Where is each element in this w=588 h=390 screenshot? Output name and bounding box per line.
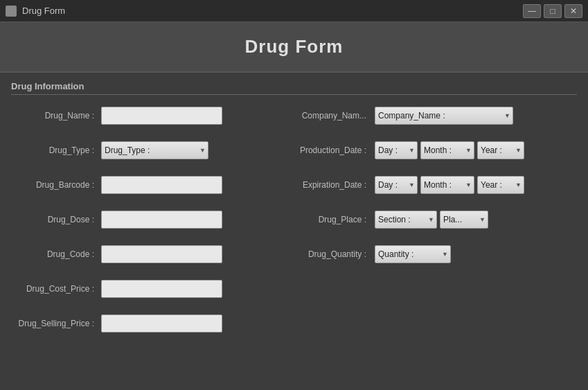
drug-barcode-row: Drug_Barcode :	[11, 172, 260, 197]
quantity-select-wrapper: Quantity :	[375, 245, 451, 263]
production-day-wrapper: Day :	[375, 141, 418, 159]
expiration-year-select[interactable]: Year :	[477, 176, 524, 194]
place-select-wrapper: Pla...	[440, 211, 488, 229]
production-date-group: Day : Month : Year :	[375, 141, 524, 159]
production-year-wrapper: Year :	[477, 141, 524, 159]
drug-selling-price-label: Drug_Selling_Price :	[11, 319, 101, 328]
drug-type-row: Drug_Type : Drug_Type :	[11, 138, 260, 163]
section-select-wrapper: Section :	[375, 211, 437, 229]
company-name-select-wrapper: Company_Name :	[375, 107, 513, 125]
drug-code-row: Drug_Code :	[11, 242, 260, 267]
drug-selling-price-input[interactable]	[101, 314, 222, 333]
restore-button[interactable]: □	[544, 4, 562, 18]
company-name-label: Company_Nam...	[274, 111, 375, 121]
drug-type-select-wrapper: Drug_Type :	[101, 141, 208, 159]
drug-selling-price-row: Drug_Selling_Price :	[11, 311, 260, 336]
form-container: Drug_Name : Drug_Type : Drug_Type : Drug…	[11, 103, 577, 346]
section-title: Drug Information	[11, 81, 577, 95]
quantity-select[interactable]: Quantity :	[375, 245, 451, 263]
title-bar-controls: — □ ✕	[523, 4, 582, 18]
expiration-date-label: Expiration_Date :	[274, 180, 375, 190]
section-select[interactable]: Section :	[375, 211, 437, 229]
place-select[interactable]: Pla...	[440, 211, 488, 229]
drug-cost-price-row: Drug_Cost_Price :	[11, 276, 260, 301]
production-month-wrapper: Month :	[420, 141, 474, 159]
drug-type-label: Drug_Type :	[11, 145, 101, 155]
drug-name-input[interactable]	[101, 107, 222, 125]
drug-barcode-input[interactable]	[101, 176, 222, 194]
page-title: Drug Form	[14, 36, 574, 57]
drug-code-label: Drug_Code :	[11, 249, 101, 259]
drug-quantity-label: Drug_Quantity :	[274, 249, 375, 259]
drug-name-row: Drug_Name :	[11, 103, 260, 128]
minimize-button[interactable]: —	[523, 4, 541, 18]
production-day-select[interactable]: Day :	[375, 141, 418, 159]
drug-place-group: Section : Pla...	[375, 211, 488, 229]
production-date-label: Production_Date :	[274, 145, 375, 155]
production-year-select[interactable]: Year :	[477, 141, 524, 159]
title-bar-left: Drug Form	[6, 6, 65, 17]
title-bar: Drug Form — □ ✕	[0, 0, 588, 22]
production-date-row: Production_Date : Day : Month :	[274, 138, 577, 163]
drug-quantity-row: Drug_Quantity : Quantity :	[274, 242, 577, 267]
company-name-select[interactable]: Company_Name :	[375, 107, 513, 125]
drug-code-input[interactable]	[101, 245, 222, 263]
company-name-row: Company_Nam... Company_Name :	[274, 103, 577, 128]
expiration-date-group: Day : Month : Year :	[375, 176, 524, 194]
expiration-date-row: Expiration_Date : Day : Month :	[274, 172, 577, 197]
drug-cost-price-input[interactable]	[101, 280, 222, 298]
expiration-year-wrapper: Year :	[477, 176, 524, 194]
close-button[interactable]: ✕	[564, 4, 582, 18]
expiration-month-select[interactable]: Month :	[420, 176, 474, 194]
expiration-day-wrapper: Day :	[375, 176, 418, 194]
page-header: Drug Form	[0, 22, 588, 73]
app-icon	[6, 6, 17, 17]
drug-cost-price-label: Drug_Cost_Price :	[11, 284, 101, 294]
drug-name-label: Drug_Name :	[11, 111, 101, 121]
main-content: Drug Information Drug_Name : Drug_Type :…	[0, 73, 588, 354]
drug-dose-row: Drug_Dose :	[11, 207, 260, 232]
drug-place-row: Drug_Place : Section : Pla...	[274, 207, 577, 232]
drug-dose-label: Drug_Dose :	[11, 215, 101, 224]
window-title: Drug Form	[22, 6, 65, 16]
drug-place-label: Drug_Place :	[274, 215, 375, 224]
expiration-day-select[interactable]: Day :	[375, 176, 418, 194]
left-column: Drug_Name : Drug_Type : Drug_Type : Drug…	[11, 103, 260, 346]
drug-barcode-label: Drug_Barcode :	[11, 180, 101, 190]
drug-dose-input[interactable]	[101, 211, 222, 229]
right-column: Company_Nam... Company_Name : Production…	[274, 103, 577, 346]
production-month-select[interactable]: Month :	[420, 141, 474, 159]
expiration-month-wrapper: Month :	[420, 176, 474, 194]
drug-type-select[interactable]: Drug_Type :	[101, 141, 208, 159]
